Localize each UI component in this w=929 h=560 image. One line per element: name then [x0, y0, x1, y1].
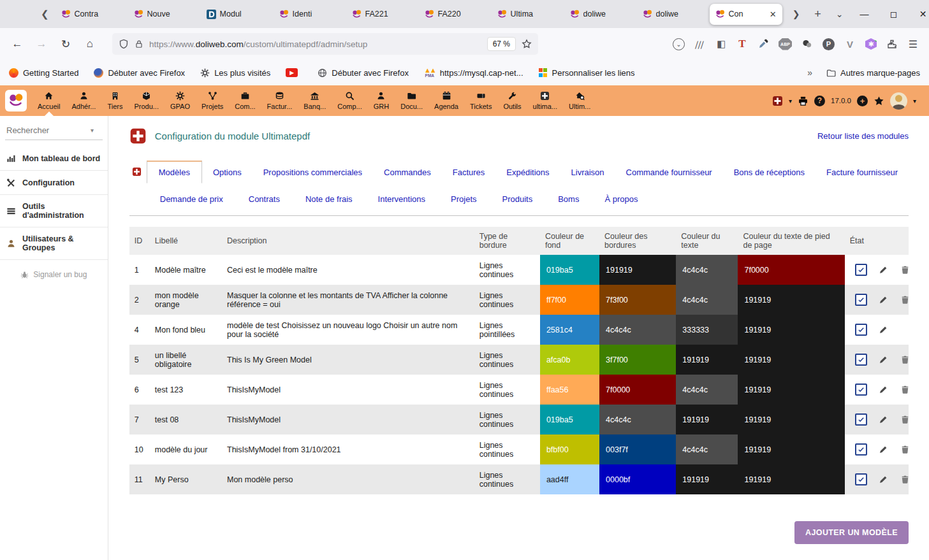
menu-outils[interactable]: Outils: [497, 85, 527, 116]
extensions-puzzle-icon[interactable]: [886, 38, 898, 50]
url-bar[interactable]: https://www.doliweb.com/custom/ultimatep…: [112, 33, 538, 55]
bookmark-debuter-firefox[interactable]: Débuter avec Firefox: [94, 68, 185, 78]
edit-icon[interactable]: [879, 325, 888, 334]
enabled-checkbox[interactable]: [855, 264, 867, 276]
module-tab[interactable]: Boms: [545, 189, 592, 209]
edit-icon[interactable]: [879, 295, 888, 305]
bookmark-debuter-firefox-2[interactable]: Débuter avec Firefox: [318, 68, 409, 78]
menu-commerce[interactable]: Com...: [229, 85, 261, 116]
reload-button[interactable]: ↻: [56, 34, 75, 54]
colorpicker-extension-icon[interactable]: [757, 38, 769, 50]
delete-icon[interactable]: [900, 475, 909, 484]
menu-accueil[interactable]: Accueil: [32, 85, 66, 116]
sidebar-item-utilisateurs-groupes[interactable]: Utilisateurs & Groupes: [0, 227, 108, 260]
delete-icon[interactable]: [900, 265, 909, 275]
module-tab[interactable]: Produits: [490, 189, 546, 209]
delete-icon[interactable]: [900, 415, 909, 424]
tracking-shield-icon[interactable]: [119, 39, 129, 49]
list-all-tabs-button[interactable]: ⌄: [830, 5, 850, 23]
search-caret-icon[interactable]: ▾: [91, 127, 94, 134]
scroll-tabs-left-button[interactable]: ❮: [41, 5, 49, 23]
close-tab-icon[interactable]: ✕: [770, 10, 777, 19]
module-tab[interactable]: Commandes: [373, 162, 442, 183]
sidebar-item-configuration[interactable]: Configuration: [0, 171, 108, 195]
report-bug-link[interactable]: Signaler un bug: [0, 270, 108, 279]
minimize-button[interactable]: —: [850, 1, 879, 27]
sidebar-search[interactable]: ▾: [5, 125, 103, 140]
enabled-checkbox[interactable]: [855, 324, 867, 336]
scroll-tabs-right-button[interactable]: ❯: [786, 5, 807, 23]
back-to-modules-link[interactable]: Retour liste des modules: [817, 131, 909, 141]
module-tab[interactable]: Note de frais: [293, 189, 365, 209]
browser-tab[interactable]: doliwe: [564, 4, 637, 25]
edit-icon[interactable]: [879, 355, 888, 364]
dark-circles-extension-icon[interactable]: [801, 38, 813, 50]
bookmark-les-plus-visites[interactable]: Les plus visités: [200, 68, 270, 78]
p-extension-icon[interactable]: P: [823, 38, 835, 50]
menu-projets[interactable]: Projets: [196, 85, 229, 116]
other-bookmarks-folder[interactable]: Autres marque-pages: [826, 68, 920, 78]
browser-tab[interactable]: Contra: [55, 4, 128, 25]
enabled-checkbox[interactable]: [855, 473, 867, 485]
menu-tickets[interactable]: Tickets: [464, 85, 497, 116]
user-menu-chevron-icon[interactable]: ▾: [913, 97, 916, 104]
module-tab[interactable]: Interventions: [365, 189, 438, 209]
pocket-icon[interactable]: ⌄: [673, 38, 685, 50]
close-window-button[interactable]: ✕: [909, 1, 929, 27]
sidebar-search-input[interactable]: [5, 125, 91, 136]
edit-icon[interactable]: [879, 445, 888, 454]
browser-tab[interactable]: Ultima: [492, 4, 564, 25]
edit-icon[interactable]: [879, 265, 888, 275]
t-extension-icon[interactable]: T: [736, 38, 748, 50]
menu-gpao[interactable]: GPAO: [165, 85, 196, 116]
delete-icon[interactable]: [900, 355, 909, 364]
module-tab[interactable]: Facture fournisseur: [816, 162, 909, 183]
module-tab[interactable]: Factures: [442, 162, 496, 183]
module-tab[interactable]: À propos: [592, 189, 650, 209]
dolibarr-logo[interactable]: [5, 90, 27, 111]
delete-icon[interactable]: [900, 445, 909, 454]
edit-icon[interactable]: [879, 385, 888, 394]
menu-comptabilite[interactable]: Comp...: [332, 85, 368, 116]
menu-agenda[interactable]: Agenda: [428, 85, 464, 116]
user-avatar[interactable]: [890, 92, 907, 110]
browser-tab[interactable]: FA220: [419, 4, 492, 25]
menu-facturation[interactable]: Factur...: [261, 85, 298, 116]
print-icon[interactable]: [798, 96, 808, 106]
bookmarks-star-icon[interactable]: [874, 96, 884, 106]
module-tab[interactable]: Bons de réceptions: [723, 162, 816, 183]
menu-documents[interactable]: Docu...: [395, 85, 428, 116]
browser-tab[interactable]: Nouve: [128, 4, 201, 25]
module-tab[interactable]: Contrats: [236, 189, 293, 209]
enabled-checkbox[interactable]: [855, 294, 867, 306]
enabled-checkbox[interactable]: [855, 384, 867, 396]
tab-modeles[interactable]: Modèles: [147, 161, 202, 183]
library-icon[interactable]: |||: [692, 38, 708, 50]
chevron-down-icon[interactable]: ▾: [789, 97, 792, 104]
back-button[interactable]: ←: [8, 34, 27, 54]
forward-button[interactable]: →: [32, 34, 51, 54]
menu-grh[interactable]: GRH: [368, 85, 395, 116]
browser-tab[interactable]: Con ✕: [710, 4, 782, 25]
sidebar-item-tableau-de-bord[interactable]: Mon tableau de bord: [0, 147, 108, 171]
edit-icon[interactable]: [879, 415, 888, 424]
module-tab[interactable]: Propositions commerciales: [252, 162, 373, 183]
browser-tab[interactable]: FA221: [346, 4, 419, 25]
module-tab[interactable]: Demande de prix: [147, 189, 236, 209]
violentmonkey-icon[interactable]: ✱!: [865, 38, 877, 50]
bookmark-getting-started[interactable]: Getting Started: [9, 68, 78, 78]
sidebar-toggle-icon[interactable]: ◧: [715, 38, 727, 50]
menu-hamburger-icon[interactable]: ☰: [907, 38, 919, 50]
browser-tab[interactable]: Modul: [201, 4, 274, 25]
enabled-checkbox[interactable]: [855, 413, 867, 426]
module-tab[interactable]: Options: [202, 162, 252, 183]
module-tab[interactable]: Expéditions: [495, 162, 560, 183]
bookmark-personnaliser-liens[interactable]: Personnaliser les liens: [539, 68, 635, 78]
ultimatepdf-quick-icon[interactable]: [772, 96, 783, 106]
menu-produits[interactable]: Produ...: [128, 85, 165, 116]
add-model-button[interactable]: AJOUTER UN MODÈLE: [794, 521, 909, 544]
lock-icon[interactable]: [135, 39, 143, 48]
menu-ultimatepdf[interactable]: ultima...: [527, 85, 564, 116]
help-icon[interactable]: ?: [814, 96, 825, 106]
module-tab[interactable]: Livraison: [560, 162, 615, 183]
